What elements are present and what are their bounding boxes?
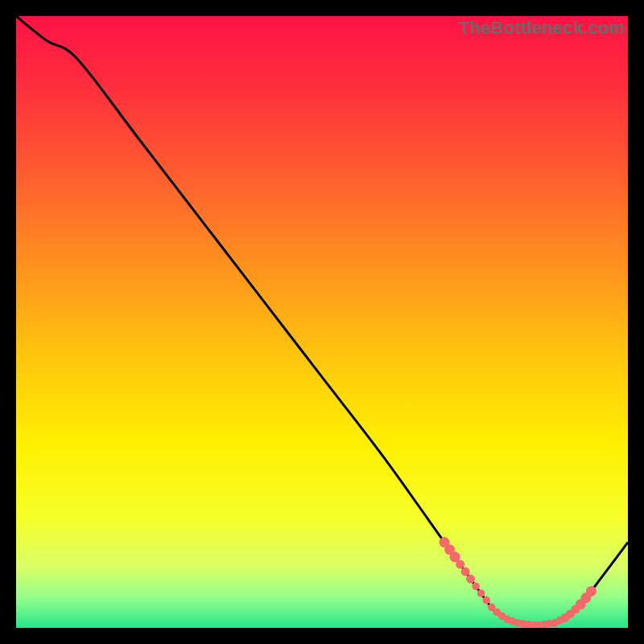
valley-dot [461, 568, 470, 576]
chart-frame: TheBottleneck.com [16, 16, 628, 628]
valley-dot [482, 597, 490, 605]
gradient-background [16, 16, 628, 628]
bottleneck-chart [16, 16, 628, 628]
valley-dot [586, 586, 597, 597]
valley-dot [466, 575, 475, 584]
valley-dot [477, 589, 485, 597]
valley-dot [472, 582, 480, 590]
valley-dot [456, 559, 464, 568]
attribution-label: TheBottleneck.com [459, 18, 625, 39]
